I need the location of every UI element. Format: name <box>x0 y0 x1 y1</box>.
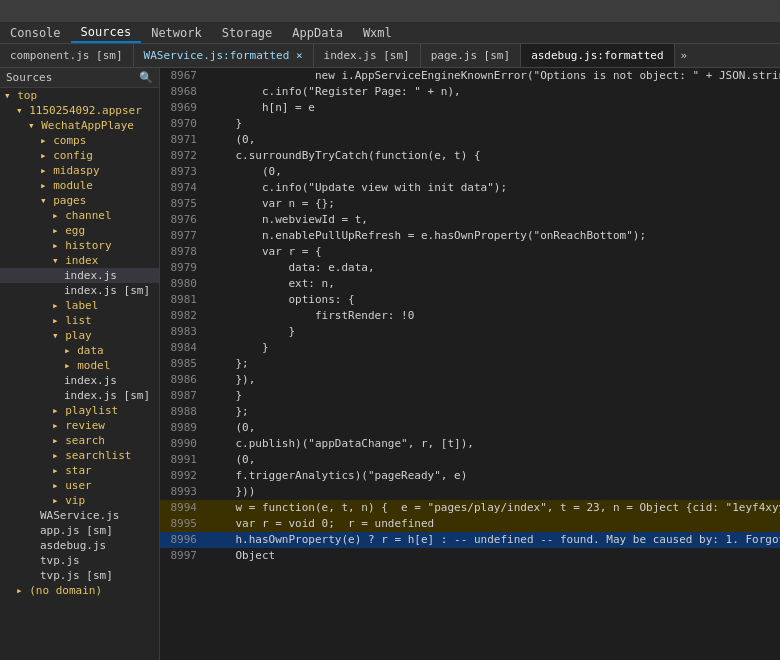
tree-item-2[interactable]: ▾ WechatAppPlaye <box>0 118 159 133</box>
search-icon[interactable]: 🔍 <box>139 71 153 84</box>
tree-item-26[interactable]: ▸ user <box>0 478 159 493</box>
tree-item-5[interactable]: ▸ midaspy <box>0 163 159 178</box>
code-line-8984: 8984 } <box>160 340 780 356</box>
line-content: }), <box>205 372 780 388</box>
line-content: (0, <box>205 452 780 468</box>
line-content: c.publish)("appDataChange", r, [t]), <box>205 436 780 452</box>
tab-waservice[interactable]: WAService.js:formatted × <box>134 44 314 68</box>
title-bar <box>0 0 780 22</box>
tree-item-28[interactable]: WAService.js <box>0 508 159 523</box>
line-content: n.webviewId = t, <box>205 212 780 228</box>
line-number: 8978 <box>160 244 205 260</box>
line-content: n.enablePullUpRefresh = e.hasOwnProperty… <box>205 228 780 244</box>
menu-storage[interactable]: Storage <box>212 24 283 42</box>
code-line-8992: 8992 f.triggerAnalytics)("pageReady", e) <box>160 468 780 484</box>
tree-item-19[interactable]: index.js <box>0 373 159 388</box>
line-content: var n = {}; <box>205 196 780 212</box>
tree-item-7[interactable]: ▾ pages <box>0 193 159 208</box>
code-line-8991: 8991 (0, <box>160 452 780 468</box>
menu-appdata[interactable]: AppData <box>282 24 353 42</box>
code-line-8994: 8994 w = function(e, t, n) { e = "pages/… <box>160 500 780 516</box>
line-content: w = function(e, t, n) { e = "pages/play/… <box>205 500 780 516</box>
line-number: 8984 <box>160 340 205 356</box>
tree-item-20[interactable]: index.js [sm] <box>0 388 159 403</box>
code-area: 8967 new i.AppServiceEngineKnownError("O… <box>160 68 780 660</box>
menu-sources[interactable]: Sources <box>71 23 142 43</box>
menu-wxml[interactable]: Wxml <box>353 24 402 42</box>
tree-item-13[interactable]: index.js [sm] <box>0 283 159 298</box>
code-line-8978: 8978 var r = { <box>160 244 780 260</box>
tree-item-17[interactable]: ▸ data <box>0 343 159 358</box>
code-line-8970: 8970 } <box>160 116 780 132</box>
code-line-8975: 8975 var n = {}; <box>160 196 780 212</box>
line-content: ext: n, <box>205 276 780 292</box>
line-content: var r = { <box>205 244 780 260</box>
line-content: h[n] = e <box>205 100 780 116</box>
line-number: 8972 <box>160 148 205 164</box>
tab-asdebug[interactable]: asdebug.js:formatted <box>521 44 674 68</box>
tree-item-16[interactable]: ▾ play <box>0 328 159 343</box>
tree-item-10[interactable]: ▸ history <box>0 238 159 253</box>
tree-item-3[interactable]: ▸ comps <box>0 133 159 148</box>
line-content: c.surroundByTryCatch(function(e, t) { <box>205 148 780 164</box>
tab-page[interactable]: page.js [sm] <box>421 44 521 68</box>
code-scroll[interactable]: 8967 new i.AppServiceEngineKnownError("O… <box>160 68 780 660</box>
line-number: 8985 <box>160 356 205 372</box>
tree-item-9[interactable]: ▸ egg <box>0 223 159 238</box>
code-line-8981: 8981 options: { <box>160 292 780 308</box>
tree-item-8[interactable]: ▸ channel <box>0 208 159 223</box>
line-content: f.triggerAnalytics)("pageReady", e) <box>205 468 780 484</box>
line-content: }; <box>205 356 780 372</box>
tree-item-14[interactable]: ▸ label <box>0 298 159 313</box>
line-content: Object <box>205 548 780 564</box>
code-line-8974: 8974 c.info("Update view with init data"… <box>160 180 780 196</box>
tree-item-6[interactable]: ▸ module <box>0 178 159 193</box>
tree-item-18[interactable]: ▸ model <box>0 358 159 373</box>
line-number: 8994 <box>160 500 205 516</box>
line-number: 8975 <box>160 196 205 212</box>
tree-container: ▾ top▾ 1150254092.appser▾ WechatAppPlaye… <box>0 88 159 598</box>
tree-item-15[interactable]: ▸ list <box>0 313 159 328</box>
tree-item-0[interactable]: ▾ top <box>0 88 159 103</box>
tree-item-25[interactable]: ▸ star <box>0 463 159 478</box>
menu-console[interactable]: Console <box>0 24 71 42</box>
tree-item-31[interactable]: tvp.js <box>0 553 159 568</box>
tab-component[interactable]: component.js [sm] <box>0 44 134 68</box>
code-line-8976: 8976 n.webviewId = t, <box>160 212 780 228</box>
tree-item-29[interactable]: app.js [sm] <box>0 523 159 538</box>
code-line-8985: 8985 }; <box>160 356 780 372</box>
line-content: } <box>205 116 780 132</box>
line-number: 8989 <box>160 420 205 436</box>
code-line-8980: 8980 ext: n, <box>160 276 780 292</box>
line-number: 8980 <box>160 276 205 292</box>
tree-item-21[interactable]: ▸ playlist <box>0 403 159 418</box>
tree-item-12[interactable]: index.js <box>0 268 159 283</box>
tree-item-23[interactable]: ▸ search <box>0 433 159 448</box>
code-line-8971: 8971 (0, <box>160 132 780 148</box>
code-line-8977: 8977 n.enablePullUpRefresh = e.hasOwnPro… <box>160 228 780 244</box>
tree-item-1[interactable]: ▾ 1150254092.appser <box>0 103 159 118</box>
tab-more[interactable]: » <box>675 47 694 64</box>
line-number: 8995 <box>160 516 205 532</box>
tree-item-24[interactable]: ▸ searchlist <box>0 448 159 463</box>
line-content: } <box>205 340 780 356</box>
menu-network[interactable]: Network <box>141 24 212 42</box>
line-content: } <box>205 388 780 404</box>
tree-item-30[interactable]: asdebug.js <box>0 538 159 553</box>
tree-item-4[interactable]: ▸ config <box>0 148 159 163</box>
tree-item-11[interactable]: ▾ index <box>0 253 159 268</box>
code-line-8997: 8997 Object <box>160 548 780 564</box>
code-line-8988: 8988 }; <box>160 404 780 420</box>
tree-item-32[interactable]: tvp.js [sm] <box>0 568 159 583</box>
tree-item-27[interactable]: ▸ vip <box>0 493 159 508</box>
tab-index-sm[interactable]: index.js [sm] <box>314 44 421 68</box>
code-line-8969: 8969 h[n] = e <box>160 100 780 116</box>
line-number: 8967 <box>160 68 205 84</box>
code-line-8996: 8996 h.hasOwnProperty(e) ? r = h[e] : --… <box>160 532 780 548</box>
tree-item-22[interactable]: ▸ review <box>0 418 159 433</box>
tree-item-33[interactable]: ▸ (no domain) <box>0 583 159 598</box>
sidebar-title: Sources <box>6 71 52 84</box>
line-number: 8969 <box>160 100 205 116</box>
line-number: 8979 <box>160 260 205 276</box>
sidebar: Sources 🔍 ▾ top▾ 1150254092.appser▾ Wech… <box>0 68 160 660</box>
